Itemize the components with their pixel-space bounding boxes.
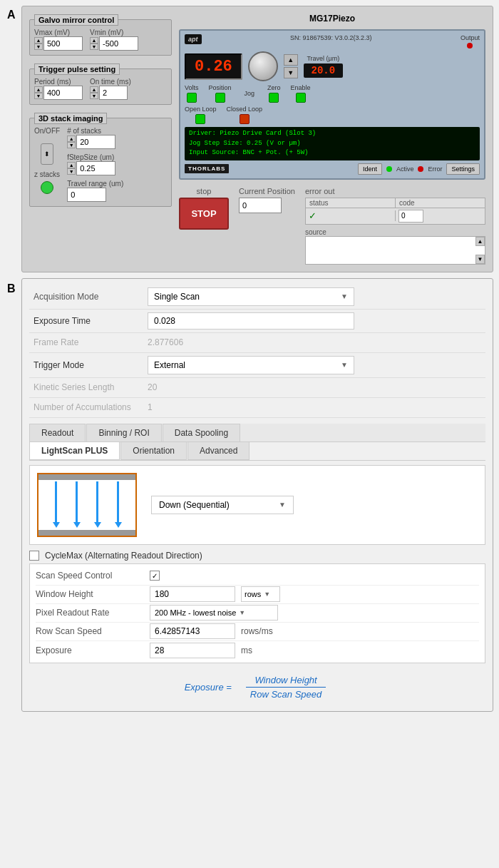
vmin-up-arrow[interactable]: ▲ bbox=[90, 37, 98, 44]
scrollbar-up[interactable]: ▲ bbox=[475, 237, 485, 246]
travel-label: Travel range (um) bbox=[67, 180, 123, 188]
vmin-input[interactable]: -500 bbox=[99, 36, 138, 51]
trigger-mode-row: Trigger Mode External ▼ bbox=[29, 353, 485, 378]
zstacks-label: z stacks bbox=[34, 170, 60, 178]
frame-rate-row: Frame Rate 2.877606 bbox=[29, 333, 485, 353]
vmin-down-arrow[interactable]: ▼ bbox=[90, 44, 98, 50]
stop-button[interactable]: STOP bbox=[179, 198, 229, 230]
volts-led bbox=[187, 93, 197, 103]
fstep-up-arrow[interactable]: ▲ bbox=[67, 162, 76, 168]
code-input[interactable] bbox=[398, 210, 423, 223]
status-col-header: status bbox=[306, 198, 396, 208]
exposure-input[interactable] bbox=[148, 312, 354, 330]
piezo-panel: MG17Piezo apt SN: 91867539: V3.0.2(3.2.3… bbox=[179, 14, 485, 265]
pixel-readout-dropdown[interactable]: 200 MHz - lowest noise ▼ bbox=[150, 605, 278, 621]
formula-denominator: Row Scan Speed bbox=[242, 688, 330, 700]
formula-fraction: Window Height Row Scan Speed bbox=[242, 675, 330, 700]
scan-panel: Down (Sequential) ▼ bbox=[29, 465, 485, 545]
status-check-icon: ✓ bbox=[309, 210, 317, 221]
closed-loop-led bbox=[240, 114, 250, 124]
trigger-mode-label: Trigger Mode bbox=[29, 357, 143, 373]
vmax-down-arrow[interactable]: ▼ bbox=[34, 44, 43, 50]
source-section: source ▲ ▼ bbox=[305, 228, 485, 265]
window-height-row: Window Height rows ▼ bbox=[36, 586, 479, 604]
stacks-up-arrow[interactable]: ▲ bbox=[67, 136, 76, 142]
period-input[interactable]: 400 bbox=[43, 86, 83, 100]
scan-speed-checkbox[interactable]: ✓ bbox=[150, 571, 160, 581]
stacks-down-arrow[interactable]: ▼ bbox=[67, 142, 76, 148]
jog-label: Jog bbox=[245, 90, 255, 97]
tab-spooling[interactable]: Data Spooling bbox=[163, 424, 240, 441]
scan-direction-value: Down (Sequential) bbox=[159, 500, 230, 510]
vmax-label: Vmax (mV) bbox=[34, 29, 83, 36]
row-scan-speed-row: Row Scan Speed rows/ms bbox=[36, 623, 479, 641]
formula-section: Exposure = Window Height Row Scan Speed bbox=[29, 675, 485, 705]
tab-lightscan[interactable]: LightScan PLUS bbox=[29, 442, 120, 460]
curr-pos-input[interactable] bbox=[239, 198, 282, 213]
acq-mode-dropdown[interactable]: Single Scan ▼ bbox=[148, 287, 354, 306]
piezo-footer: THORLABS Ident Active Error Settings bbox=[185, 163, 480, 175]
bottom-controls: stop STOP Current Position error out sta… bbox=[179, 187, 485, 265]
stop-section: stop STOP bbox=[179, 187, 229, 230]
exposure2-row: Exposure ms bbox=[36, 641, 479, 660]
thorlabs-logo: THORLABS bbox=[185, 164, 229, 173]
window-height-input[interactable] bbox=[150, 586, 235, 602]
scan-direction-dropdown[interactable]: Down (Sequential) ▼ bbox=[151, 496, 294, 514]
fstep-down-arrow[interactable]: ▼ bbox=[67, 168, 76, 175]
exposure2-input[interactable] bbox=[150, 643, 235, 658]
jog-up-btn[interactable]: ▲ bbox=[284, 54, 298, 66]
scan-illustration bbox=[37, 473, 137, 537]
travel-input[interactable]: 0 bbox=[67, 188, 106, 202]
settings-button[interactable]: Settings bbox=[446, 163, 480, 175]
vmin-label: Vmin (mV) bbox=[90, 29, 138, 36]
section-b-container: Acquisition Mode Single Scan ▼ Exposure … bbox=[21, 278, 493, 712]
fstep-input[interactable]: 0.25 bbox=[76, 161, 115, 175]
exposure-label: Exposure Time bbox=[29, 313, 143, 329]
trigger-group: Trigger pulse setting Period (ms) ▲ ▼ 40… bbox=[29, 68, 172, 105]
acq-mode-row: Acquisition Mode Single Scan ▼ bbox=[29, 285, 485, 310]
active-dot-icon bbox=[386, 166, 392, 172]
left-controls: Galvo mirror control Vmax (mV) ▲ ▼ 500 bbox=[29, 14, 172, 265]
scrollbar-down[interactable]: ▼ bbox=[475, 255, 485, 264]
scan-speed-section: Scan Speed Control ✓ Window Height rows … bbox=[29, 563, 485, 663]
tab-orientation[interactable]: Orientation bbox=[120, 442, 187, 460]
vmax-input[interactable]: 500 bbox=[43, 36, 83, 51]
ontime-down-arrow[interactable]: ▼ bbox=[90, 93, 98, 99]
section-a-label: A bbox=[7, 9, 16, 21]
open-loop-label: Open Loop bbox=[185, 106, 217, 113]
tab-advanced[interactable]: Advanced bbox=[187, 442, 250, 460]
tab-binning[interactable]: Binning / ROI bbox=[86, 424, 161, 441]
ontime-up-arrow[interactable]: ▲ bbox=[90, 86, 98, 93]
onoff-arrow[interactable]: ⬍ bbox=[41, 143, 53, 165]
section-a-container: Galvo mirror control Vmax (mV) ▲ ▼ 500 bbox=[21, 6, 493, 272]
green-indicator bbox=[41, 181, 53, 194]
active-label: Active bbox=[396, 165, 414, 173]
trigger-mode-dropdown[interactable]: External ▼ bbox=[148, 356, 354, 374]
output-red-dot bbox=[467, 43, 473, 48]
stacks-input[interactable]: 20 bbox=[76, 135, 115, 149]
ident-button[interactable]: Ident bbox=[358, 163, 382, 175]
position-led bbox=[215, 93, 225, 103]
scan-speed-control-label: Scan Speed Control bbox=[36, 568, 150, 583]
position-label: Position bbox=[209, 84, 232, 91]
travel-display: 20.0 bbox=[304, 63, 343, 78]
period-up-arrow[interactable]: ▲ bbox=[34, 86, 43, 93]
ontime-input[interactable]: 2 bbox=[99, 86, 128, 100]
pixel-readout-label: Pixel Readout Rate bbox=[36, 606, 150, 620]
rows-dropdown[interactable]: rows ▼ bbox=[241, 586, 280, 602]
closed-loop-label: Closed Loop bbox=[227, 106, 263, 113]
tab-readout[interactable]: Readout bbox=[29, 424, 86, 441]
jog-knob[interactable] bbox=[248, 51, 278, 81]
row-scan-speed-input[interactable] bbox=[150, 623, 235, 639]
kinetic-value: 20 bbox=[148, 382, 157, 392]
vmax-up-arrow[interactable]: ▲ bbox=[34, 37, 43, 44]
formula-equation: Exposure = Window Height Row Scan Speed bbox=[29, 675, 485, 700]
apt-logo: apt bbox=[185, 34, 202, 44]
error-dot-icon bbox=[418, 166, 423, 172]
row-scan-speed-label: Row Scan Speed bbox=[36, 624, 150, 638]
period-label: Period (ms) bbox=[34, 78, 83, 86]
cyclemax-checkbox[interactable] bbox=[29, 551, 39, 561]
jog-down-btn[interactable]: ▼ bbox=[284, 67, 298, 78]
period-down-arrow[interactable]: ▼ bbox=[34, 93, 43, 99]
open-loop-led bbox=[195, 114, 205, 124]
